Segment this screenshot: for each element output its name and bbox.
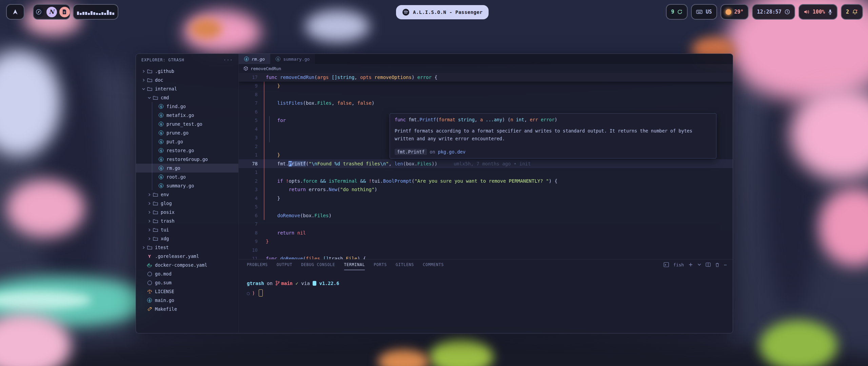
line-number: 11 bbox=[244, 256, 258, 259]
keyboard-layout-module[interactable]: US bbox=[691, 4, 717, 20]
document-icon[interactable] bbox=[59, 7, 70, 17]
tree-item-summary-go[interactable]: Gsummary.go bbox=[136, 181, 238, 190]
kill-terminal-button[interactable] bbox=[715, 262, 719, 267]
tree-item-root-go[interactable]: Groot.go bbox=[136, 172, 238, 181]
tree-item--goreleaser-yaml[interactable]: Y.goreleaser.yaml bbox=[136, 252, 238, 261]
code-line: 9 } bbox=[239, 82, 733, 90]
folder-file-icon bbox=[152, 201, 159, 206]
tree-item-prune-test-go[interactable]: Gprune_test.go bbox=[136, 120, 238, 128]
clock-module[interactable]: 12:28:57 bbox=[752, 4, 795, 20]
tree-item-go-mod[interactable]: go.mod bbox=[136, 269, 238, 278]
line-number: 1 bbox=[244, 152, 258, 158]
code-text: } bbox=[266, 196, 280, 201]
tree-item-main-go[interactable]: Gmain.go bbox=[136, 296, 238, 305]
tree-item-glog[interactable]: glog bbox=[136, 199, 238, 208]
tree-item-label: env bbox=[161, 192, 169, 197]
tree-item-makefile[interactable]: Makefile bbox=[136, 305, 238, 313]
chevron-down-icon bbox=[141, 87, 146, 90]
tree-item-posix[interactable]: posix bbox=[136, 208, 238, 217]
n-logo-icon[interactable]: N bbox=[46, 7, 57, 17]
code-text: } bbox=[266, 152, 280, 158]
tree-item-prune-go[interactable]: Gprune.go bbox=[136, 128, 238, 137]
tree-item-find-go[interactable]: Gfind.go bbox=[136, 102, 238, 111]
explorer-more-button[interactable]: ··· bbox=[223, 57, 233, 63]
tree-item-label: cmd bbox=[161, 95, 169, 100]
panel-tab-output[interactable]: OUTPUT bbox=[277, 260, 292, 270]
panel-tab-debug-console[interactable]: DEBUG CONSOLE bbox=[301, 260, 335, 270]
new-terminal-button[interactable] bbox=[688, 262, 693, 267]
tree-item-xdg[interactable]: xdg bbox=[136, 234, 238, 243]
tree-item-label: summary.go bbox=[166, 183, 194, 188]
tree-item-doc[interactable]: doc bbox=[136, 76, 238, 84]
weather-temp: 29° bbox=[734, 9, 744, 15]
tree-item-license[interactable]: LICENSE bbox=[136, 287, 238, 296]
tree-item-docker-compose-yaml[interactable]: docker-compose.yaml bbox=[136, 261, 238, 269]
tree-item-label: put.go bbox=[166, 139, 183, 144]
tree-item-trash[interactable]: trash bbox=[136, 217, 238, 225]
tree-item--github[interactable]: .github bbox=[136, 67, 238, 76]
chevron-down-icon bbox=[146, 96, 152, 99]
file-tree: .githubdocinternalcmdGfind.goGmetafix.go… bbox=[136, 66, 238, 313]
tab-rm-go[interactable]: G rm.go bbox=[239, 54, 270, 64]
tree-item-tui[interactable]: tui bbox=[136, 225, 238, 234]
panel-more-button[interactable]: ⋯ bbox=[724, 262, 727, 267]
code-text: return errors.New("do nothing") bbox=[266, 187, 377, 192]
tree-item-label: trash bbox=[161, 218, 175, 224]
go-file-icon: G bbox=[158, 148, 164, 153]
weather-module[interactable]: 29° bbox=[721, 4, 749, 20]
tree-item-label: root.go bbox=[166, 174, 186, 180]
code-editor[interactable]: 17func removeCmdRun(args []string, opts … bbox=[239, 73, 733, 259]
code-line: 10 bbox=[239, 246, 733, 255]
terminal-controls: fish ⋯ bbox=[664, 262, 727, 267]
panel-tab-problems[interactable]: PROBLEMS bbox=[247, 260, 268, 270]
tree-item-rm-go[interactable]: Grm.go bbox=[136, 164, 238, 172]
panel-tab-gitlens[interactable]: GITLENS bbox=[396, 260, 414, 270]
chevron-right-icon bbox=[141, 70, 146, 73]
visualizer-bar bbox=[85, 12, 87, 15]
hover-doc-link[interactable]: pkg.go.dev bbox=[438, 149, 466, 155]
visualizer-bar bbox=[91, 11, 93, 15]
visualizer-bar bbox=[112, 13, 114, 15]
panel-tab-ports[interactable]: PORTS bbox=[374, 260, 387, 270]
compass-icon[interactable] bbox=[34, 7, 44, 17]
tree-item-itest[interactable]: itest bbox=[136, 243, 238, 252]
editor-area: G rm.go G summary.go removeCmdRun 17func… bbox=[239, 54, 733, 333]
tree-item-cmd[interactable]: cmd bbox=[136, 93, 238, 102]
media-player-pill[interactable]: A.L.I.S.O.N - Passenger bbox=[396, 5, 489, 19]
tree-item-internal[interactable]: internal bbox=[136, 84, 238, 93]
terminal[interactable]: gtrash on main ✓ via v1.22.6 ○ ) bbox=[239, 270, 733, 297]
panel-tab-comments[interactable]: COMMENTS bbox=[423, 260, 444, 270]
docker-file-icon bbox=[146, 263, 153, 267]
panel-tab-terminal[interactable]: TERMINAL bbox=[344, 260, 365, 270]
folder-file-icon bbox=[146, 87, 153, 91]
go-file-icon: G bbox=[158, 175, 164, 179]
tree-item-go-sum[interactable]: go.sum bbox=[136, 278, 238, 287]
speaker-icon bbox=[804, 9, 810, 15]
visualizer-bar bbox=[82, 12, 84, 15]
tab-summary-go[interactable]: G summary.go bbox=[270, 54, 315, 64]
tree-item-label: posix bbox=[161, 209, 175, 215]
tree-item-restoregroup-go[interactable]: GrestoreGroup.go bbox=[136, 155, 238, 164]
tree-item-restore-go[interactable]: Grestore.go bbox=[136, 146, 238, 155]
quick-launch-group: N bbox=[33, 4, 70, 20]
chevron-right-icon bbox=[141, 246, 146, 249]
line-number: 6 bbox=[244, 213, 258, 218]
spotify-icon bbox=[402, 8, 410, 16]
line-number: 4 bbox=[244, 196, 258, 201]
chevron-down-icon[interactable] bbox=[697, 263, 701, 266]
tree-item-env[interactable]: env bbox=[136, 190, 238, 199]
tree-item-put-go[interactable]: Gput.go bbox=[136, 137, 238, 146]
breadcrumb[interactable]: removeCmdRun bbox=[239, 64, 733, 73]
top-bar: N A.L.I.S.O.N - Passenger 9 bbox=[0, 0, 868, 24]
shell-label[interactable]: fish bbox=[673, 262, 684, 267]
audio-module[interactable]: 100% bbox=[798, 4, 837, 20]
tree-item-metafix-go[interactable]: Gmetafix.go bbox=[136, 111, 238, 120]
tree-indent-guide bbox=[152, 102, 152, 190]
split-terminal-button[interactable] bbox=[706, 262, 711, 267]
go-file-icon: G bbox=[276, 57, 280, 61]
launcher-button[interactable] bbox=[6, 4, 24, 20]
updates-module[interactable]: 9 bbox=[666, 4, 688, 20]
tree-item-label: restore.go bbox=[166, 148, 194, 153]
breadcrumb-symbol: removeCmdRun bbox=[251, 66, 281, 71]
notifications-module[interactable]: 2 bbox=[841, 4, 863, 20]
